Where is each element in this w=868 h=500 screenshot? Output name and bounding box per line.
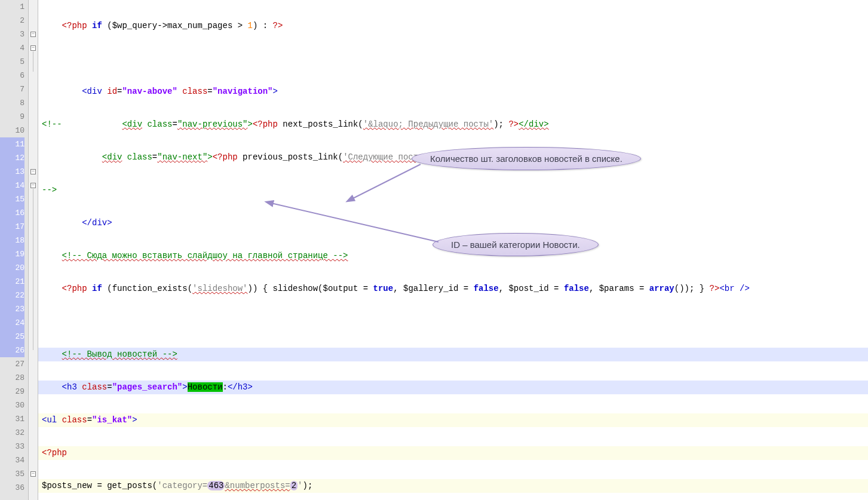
line-number[interactable]: 27 — [0, 357, 24, 371]
line-number[interactable]: 17 — [0, 220, 24, 234]
line-number[interactable]: 5 — [0, 55, 24, 69]
line-number[interactable]: 35 — [0, 467, 24, 481]
line-number[interactable]: 36 — [0, 481, 24, 495]
code-line[interactable]: <div id="nav-above" class="navigation"> — [38, 85, 868, 99]
code-line[interactable]: <!-- Вывод новостей --> — [38, 348, 868, 361]
line-number[interactable]: 2 — [0, 14, 24, 27]
line-number[interactable]: 21 — [0, 275, 24, 289]
code-editor: 1 2 3 4 5 6 7 8 9 10 11 12 13 14 15 16 1… — [0, 0, 868, 500]
code-line[interactable]: $posts_new = get_posts('category=463&num… — [38, 479, 868, 493]
line-number[interactable]: 23 — [0, 302, 24, 316]
line-number[interactable]: 29 — [0, 385, 24, 398]
fold-toggle[interactable]: − — [30, 169, 36, 174]
category-id-param: 463 — [207, 481, 225, 490]
fold-guide — [33, 189, 33, 350]
line-number[interactable]: 30 — [0, 398, 24, 412]
fold-column[interactable]: − − − − − — [29, 0, 38, 500]
annotation-callout-bottom: ID – вашей категории Новости. — [433, 233, 599, 256]
code-line[interactable] — [38, 315, 868, 329]
line-number-gutter[interactable]: 1 2 3 4 5 6 7 8 9 10 11 12 13 14 15 16 1… — [0, 0, 29, 500]
line-number[interactable]: 20 — [0, 261, 24, 275]
fold-toggle[interactable]: − — [30, 471, 36, 477]
code-line[interactable] — [38, 52, 868, 66]
line-number[interactable]: 13 — [0, 165, 24, 179]
code-line[interactable]: <h3 class="pages_search">Новости:</h3> — [38, 381, 868, 394]
code-area[interactable]: <?php if ($wp_query->max_num_pages > 1) … — [38, 0, 868, 500]
line-number[interactable]: 16 — [0, 206, 24, 220]
line-number[interactable]: 8 — [0, 96, 24, 110]
line-number[interactable]: 9 — [0, 110, 24, 124]
code-line[interactable]: </div> — [38, 216, 868, 230]
code-line[interactable]: <?php — [38, 446, 868, 460]
code-line[interactable]: <ul class="is_kat"> — [38, 413, 868, 427]
line-number[interactable]: 18 — [0, 234, 24, 247]
numberposts-param: 2 — [290, 481, 297, 490]
fold-guide — [33, 51, 33, 72]
annotation-callout-top: Количество шт. заголовков новостей в спи… — [412, 147, 641, 170]
line-number[interactable]: 3 — [0, 27, 24, 41]
line-number[interactable]: 31 — [0, 412, 24, 426]
line-number[interactable]: 14 — [0, 179, 24, 192]
line-number[interactable]: 11 — [0, 137, 24, 151]
line-number[interactable]: 33 — [0, 440, 24, 453]
line-number[interactable]: 24 — [0, 316, 24, 330]
line-number[interactable]: 32 — [0, 426, 24, 440]
line-number[interactable]: 34 — [0, 453, 24, 467]
line-number[interactable]: 28 — [0, 371, 24, 385]
line-number[interactable]: 4 — [0, 41, 24, 55]
fold-toggle[interactable]: − — [30, 32, 36, 37]
line-number[interactable]: 25 — [0, 330, 24, 343]
line-number[interactable]: 19 — [0, 247, 24, 261]
line-number[interactable]: 26 — [0, 343, 24, 357]
line-number[interactable]: 1 — [0, 0, 24, 14]
fold-toggle[interactable]: − — [30, 183, 36, 188]
fold-toggle[interactable]: − — [30, 45, 36, 51]
line-number[interactable]: 15 — [0, 192, 24, 206]
code-line[interactable]: <?php if ($wp_query->max_num_pages > 1) … — [38, 19, 868, 33]
line-number[interactable]: 12 — [0, 151, 24, 165]
line-number[interactable]: 22 — [0, 289, 24, 302]
line-number[interactable]: 6 — [0, 69, 24, 82]
line-number[interactable]: 7 — [0, 82, 24, 96]
line-number[interactable]: 10 — [0, 124, 24, 137]
code-line[interactable]: --> — [38, 183, 868, 197]
code-line[interactable]: <!-- <div class="nav-previous"><?php nex… — [38, 118, 868, 131]
code-line[interactable]: <?php if (function_exists('slideshow')) … — [38, 282, 868, 296]
